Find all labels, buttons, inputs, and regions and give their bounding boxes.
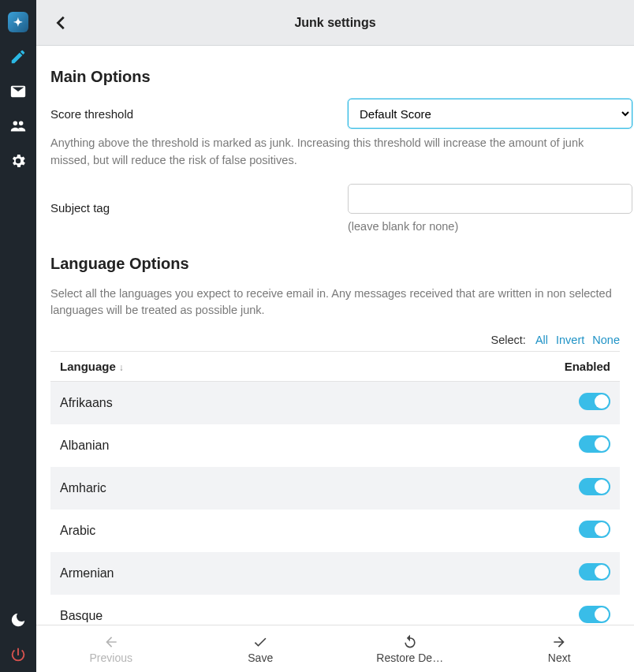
- power-icon[interactable]: [0, 637, 36, 672]
- language-name: Albanian: [50, 424, 555, 467]
- language-name: Amharic: [50, 467, 555, 510]
- table-row: Arabic: [50, 510, 620, 552]
- next-button[interactable]: Next: [485, 625, 635, 672]
- subject-tag-input[interactable]: [348, 184, 632, 214]
- arrow-right-icon: [551, 634, 567, 650]
- main-area: Junk settings Main Options Score thresho…: [36, 0, 634, 672]
- enabled-toggle[interactable]: [579, 606, 610, 623]
- table-row: Armenian: [50, 552, 620, 595]
- language-name: Afrikaans: [50, 382, 555, 425]
- language-options-heading: Language Options: [50, 255, 620, 273]
- select-all-link[interactable]: All: [535, 334, 548, 346]
- table-row: Amharic: [50, 467, 620, 510]
- select-links: Select: All Invert None: [50, 334, 620, 346]
- enabled-toggle[interactable]: [579, 563, 610, 581]
- gear-icon[interactable]: [0, 144, 36, 178]
- subject-tag-row: Subject tag (leave blank for none): [50, 184, 620, 233]
- score-threshold-select[interactable]: Default Score: [348, 99, 632, 129]
- language-name: Arabic: [50, 510, 555, 552]
- language-name: Basque: [50, 595, 555, 625]
- main-options-heading: Main Options: [50, 68, 620, 86]
- score-threshold-label: Score threshold: [50, 107, 335, 121]
- mail-icon[interactable]: [0, 74, 36, 109]
- language-enabled-cell: [555, 595, 620, 625]
- language-enabled-cell: [555, 467, 620, 510]
- select-none-link[interactable]: None: [592, 334, 620, 346]
- enabled-toggle[interactable]: [579, 435, 610, 453]
- subject-tag-label: Subject tag: [50, 201, 335, 215]
- language-name: Armenian: [50, 552, 555, 595]
- enabled-toggle[interactable]: [579, 521, 610, 538]
- subject-tag-hint: (leave blank for none): [348, 220, 632, 233]
- language-enabled-cell: [555, 510, 620, 552]
- previous-button: Previous: [36, 625, 186, 672]
- content-scroll: Main Options Score threshold Default Sco…: [36, 46, 634, 625]
- table-row: Afrikaans: [50, 382, 620, 425]
- language-table: Language↓ Enabled AfrikaansAlbanianAmhar…: [50, 351, 620, 625]
- table-row: Basque: [50, 595, 620, 625]
- language-enabled-cell: [555, 424, 620, 467]
- logo-icon[interactable]: ✦: [0, 5, 36, 39]
- sort-arrow-icon: ↓: [119, 362, 124, 373]
- page-title: Junk settings: [46, 16, 625, 30]
- topbar: Junk settings: [36, 0, 634, 46]
- language-options-help: Select all the languages you expect to r…: [50, 286, 620, 320]
- footer-bar: Previous Save Restore De… Next: [36, 625, 634, 672]
- col-enabled[interactable]: Enabled: [555, 352, 620, 382]
- moon-icon[interactable]: [0, 603, 36, 637]
- select-label: Select:: [491, 334, 526, 346]
- enabled-toggle[interactable]: [579, 393, 610, 410]
- table-row: Albanian: [50, 424, 620, 467]
- language-enabled-cell: [555, 552, 620, 595]
- users-icon[interactable]: [0, 109, 36, 144]
- restore-defaults-button[interactable]: Restore De…: [335, 625, 485, 672]
- save-button[interactable]: Save: [186, 625, 336, 672]
- col-language[interactable]: Language↓: [50, 352, 555, 382]
- check-icon: [252, 634, 268, 650]
- undo-icon: [402, 634, 418, 650]
- score-threshold-row: Score threshold Default Score: [50, 99, 620, 129]
- sidebar: ✦: [0, 0, 36, 672]
- arrow-left-icon: [103, 634, 119, 650]
- language-enabled-cell: [555, 382, 620, 425]
- enabled-toggle[interactable]: [579, 478, 610, 495]
- compose-icon[interactable]: [0, 39, 36, 74]
- select-invert-link[interactable]: Invert: [556, 334, 584, 346]
- score-threshold-help: Anything above the threshold is marked a…: [50, 135, 620, 170]
